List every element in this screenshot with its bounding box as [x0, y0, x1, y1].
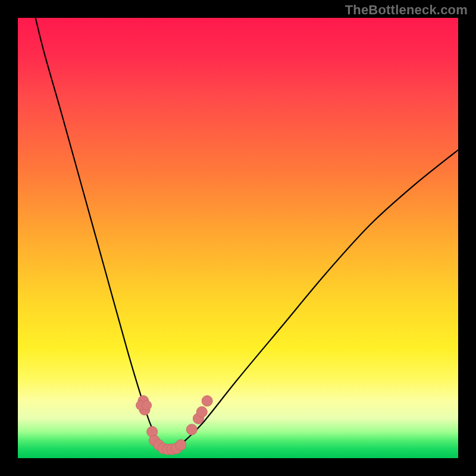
curve-svg [18, 18, 458, 458]
watermark-text: TheBottleneck.com [345, 2, 468, 18]
curve-bead [186, 424, 197, 435]
chart-frame: TheBottleneck.com [0, 0, 476, 476]
plot-area [18, 18, 458, 458]
bottleneck-curve [36, 18, 458, 450]
curve-bead [176, 440, 186, 450]
curve-bead [196, 406, 207, 417]
curve-bead [142, 400, 152, 410]
curve-bead [202, 396, 212, 406]
